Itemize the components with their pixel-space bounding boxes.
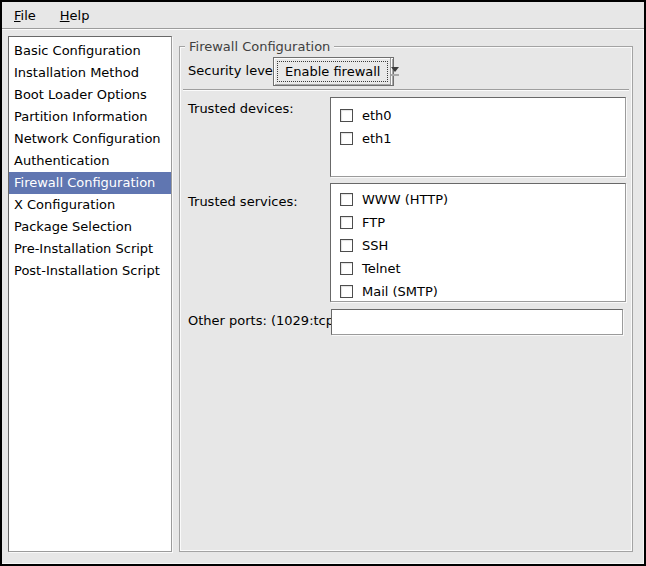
- firewall-configuration-frame: Firewall Configuration Security level: E…: [179, 46, 633, 552]
- sidebar-item-network-configuration[interactable]: Network Configuration: [9, 128, 171, 150]
- category-list: Basic Configuration Installation Method …: [8, 36, 172, 552]
- checkbox-www-http[interactable]: [340, 193, 353, 206]
- checkbox-label: eth1: [362, 131, 392, 146]
- chevron-down-icon: [390, 58, 399, 85]
- menu-file[interactable]: File: [8, 5, 42, 26]
- other-ports-label: Other ports: (1029:tcp): [188, 313, 339, 329]
- checkbox-telnet[interactable]: [340, 262, 353, 275]
- checkbox-mail-smtp[interactable]: [340, 285, 353, 298]
- trusted-service-row: WWW (HTTP): [331, 188, 625, 211]
- security-level-label: Security level:: [188, 63, 281, 79]
- checkbox-eth0[interactable]: [340, 109, 353, 122]
- checkbox-eth1[interactable]: [340, 132, 353, 145]
- trusted-service-row: SSH: [331, 234, 625, 257]
- checkbox-label: SSH: [362, 238, 388, 253]
- menu-help[interactable]: Help: [54, 5, 96, 26]
- other-ports-input[interactable]: [331, 309, 623, 335]
- trusted-device-row: eth0: [331, 104, 625, 127]
- sidebar-item-boot-loader-options[interactable]: Boot Loader Options: [9, 84, 171, 106]
- sidebar-item-basic-configuration[interactable]: Basic Configuration: [9, 40, 171, 62]
- sidebar-item-firewall-configuration[interactable]: Firewall Configuration: [9, 172, 171, 194]
- checkbox-label: Mail (SMTP): [362, 284, 438, 299]
- kickstart-configurator-window: File Help Basic Configuration Installati…: [0, 0, 646, 566]
- checkbox-label: WWW (HTTP): [362, 192, 448, 207]
- sidebar-item-installation-method[interactable]: Installation Method: [9, 62, 171, 84]
- sidebar-item-pre-installation-script[interactable]: Pre-Installation Script: [9, 238, 171, 260]
- trusted-devices-list: eth0 eth1: [330, 97, 626, 177]
- trusted-services-list: WWW (HTTP) FTP SSH Telnet Mail (SMTP): [330, 183, 626, 302]
- checkbox-label: eth0: [362, 108, 392, 123]
- sidebar-item-x-configuration[interactable]: X Configuration: [9, 194, 171, 216]
- sidebar-item-package-selection[interactable]: Package Selection: [9, 216, 171, 238]
- checkbox-label: Telnet: [362, 261, 401, 276]
- separator: [183, 89, 629, 91]
- trusted-service-row: FTP: [331, 211, 625, 234]
- trusted-services-label: Trusted services:: [188, 194, 298, 210]
- checkbox-ssh[interactable]: [340, 239, 353, 252]
- frame-title: Firewall Configuration: [185, 38, 334, 55]
- trusted-service-row: Mail (SMTP): [331, 280, 625, 302]
- sidebar-item-authentication[interactable]: Authentication: [9, 150, 171, 172]
- trusted-service-row: Telnet: [331, 257, 625, 280]
- sidebar-item-post-installation-script[interactable]: Post-Installation Script: [9, 260, 171, 282]
- sidebar-item-partition-information[interactable]: Partition Information: [9, 106, 171, 128]
- trusted-devices-label: Trusted devices:: [188, 101, 294, 117]
- checkbox-label: FTP: [362, 215, 385, 230]
- menubar: File Help: [2, 2, 644, 29]
- trusted-device-row: eth1: [331, 127, 625, 150]
- security-level-dropdown[interactable]: Enable firewall: [273, 57, 394, 86]
- checkbox-ftp[interactable]: [340, 216, 353, 229]
- security-level-value: Enable firewall: [277, 61, 388, 82]
